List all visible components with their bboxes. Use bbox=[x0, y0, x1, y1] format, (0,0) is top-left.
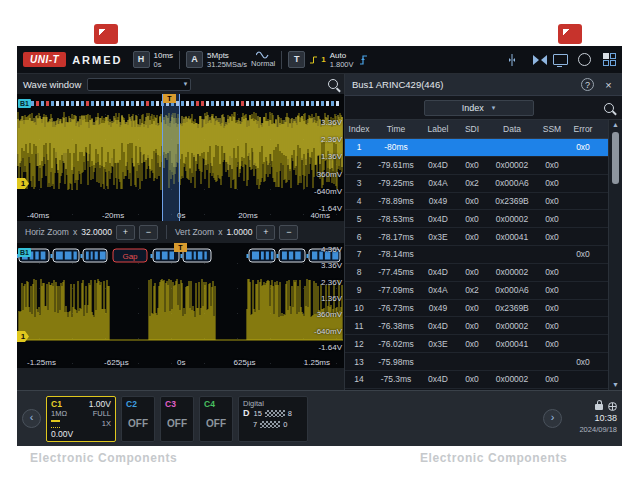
trigger-position-marker[interactable]: T bbox=[174, 243, 187, 252]
horiz-zoom-out-button[interactable]: − bbox=[139, 225, 158, 240]
scroll-down-icon[interactable]: ▼ bbox=[612, 380, 619, 390]
channel3-state: OFF bbox=[165, 409, 189, 439]
horizontal-menu-button[interactable]: H bbox=[133, 51, 150, 68]
channel1-impedance: 1MΩ bbox=[51, 409, 67, 419]
digital-d-label: D bbox=[243, 408, 250, 419]
table-cell: 0x0 bbox=[537, 321, 567, 331]
xy-display-icon[interactable] bbox=[527, 51, 545, 69]
oscilloscope-screen: UNI-T ARMED H 10ms 0s A 5Mpts 31.25MSa/s bbox=[17, 46, 622, 446]
display-settings-icon[interactable] bbox=[551, 51, 569, 69]
help-icon[interactable]: ? bbox=[581, 78, 594, 91]
table-row[interactable]: 13-75.98ms0x0 bbox=[345, 353, 608, 371]
window-layout-icon[interactable] bbox=[603, 53, 616, 66]
channel1-label: C1 bbox=[51, 399, 62, 409]
table-cell: 0x0 bbox=[537, 267, 567, 277]
horizontal-settings-group[interactable]: H 10ms 0s bbox=[133, 51, 174, 69]
table-row[interactable]: 5-78.53ms0x4D0x00x000020x0 bbox=[345, 210, 608, 228]
wave-plot-zoom[interactable]: Gap T B1 1 4.36V3.36V2.36V1.36V360mV-640… bbox=[17, 243, 344, 368]
next-page-button[interactable]: › bbox=[543, 409, 562, 428]
table-cell: 0x00002 bbox=[487, 214, 537, 224]
scroll-up-icon[interactable]: ▲ bbox=[612, 120, 619, 130]
horiz-zoom-in-button[interactable]: + bbox=[116, 225, 135, 240]
clock-box: 10:38 2024/09/18 bbox=[567, 401, 617, 436]
table-row[interactable]: 11-76.38ms0x4D0x00x000020x0 bbox=[345, 317, 608, 335]
channel2-box[interactable]: C2 OFF bbox=[121, 396, 155, 442]
table-cell: 0x4D bbox=[419, 321, 457, 331]
close-icon[interactable]: × bbox=[602, 79, 615, 91]
table-row[interactable]: 6-78.17ms0x3E0x00x000410x0 bbox=[345, 228, 608, 246]
table-row[interactable]: 9-77.09ms0x4A0x20x000A60x0 bbox=[345, 282, 608, 300]
voltage-scale: 4.36V3.36V2.36V1.36V360mV-640mV-1.64V bbox=[314, 245, 342, 352]
lock-icon[interactable] bbox=[595, 404, 603, 410]
table-cell: 0x00002 bbox=[487, 267, 537, 277]
voltage-label: 4.36V bbox=[321, 245, 342, 254]
channel1-box[interactable]: C1 1.00V 1MΩ FULL 1X 0.00V bbox=[46, 396, 116, 442]
table-cell: 0x0 bbox=[457, 214, 487, 224]
digital-channels-box[interactable]: Digital D 15 8 7 0 bbox=[238, 396, 308, 442]
table-cell: 0x0 bbox=[537, 178, 567, 188]
clear-display-icon[interactable] bbox=[575, 51, 593, 69]
acquire-settings-group[interactable]: A 5Mpts 31.25MSa/s Normal bbox=[186, 51, 275, 69]
scrollbar-thumb[interactable] bbox=[612, 132, 619, 184]
table-cell: 0x2 bbox=[457, 285, 487, 295]
prev-page-button[interactable]: ‹ bbox=[22, 409, 41, 428]
table-cell: 10 bbox=[345, 303, 373, 313]
trigger-source-icon: 1 bbox=[309, 55, 325, 65]
vert-zoom-out-button[interactable]: − bbox=[279, 225, 298, 240]
trigger-mode: Auto bbox=[330, 51, 354, 60]
table-cell: 0x0 bbox=[537, 303, 567, 313]
vert-zoom-in-button[interactable]: + bbox=[256, 225, 275, 240]
chevron-down-icon: ▾ bbox=[184, 80, 188, 88]
auto-center-icon[interactable] bbox=[503, 51, 521, 69]
table-cell: 0x0 bbox=[457, 303, 487, 313]
table-cell: 0x4D bbox=[419, 214, 457, 224]
acquire-menu-button[interactable]: A bbox=[186, 51, 203, 68]
table-cell: -76.38ms bbox=[373, 321, 419, 331]
table-cell: 0x0 bbox=[567, 249, 599, 259]
table-row[interactable]: 4-78.89ms0x490x00x2369B0x0 bbox=[345, 193, 608, 211]
search-icon[interactable] bbox=[328, 79, 338, 89]
index-filter-dropdown[interactable]: Index ▾ bbox=[424, 100, 534, 116]
table-row[interactable]: 7-78.14ms0x0 bbox=[345, 246, 608, 264]
trigger-settings-group[interactable]: T 1 Auto 1.800V bbox=[288, 51, 369, 69]
watermark-logo bbox=[94, 24, 118, 44]
table-cell: 8 bbox=[345, 267, 373, 277]
table-row[interactable]: 8-77.45ms0x4D0x00x000020x0 bbox=[345, 264, 608, 282]
table-cell: 1 bbox=[345, 142, 373, 152]
table-cell: -78.53ms bbox=[373, 214, 419, 224]
table-cell: -78.17ms bbox=[373, 232, 419, 242]
zoom-window-band[interactable] bbox=[162, 94, 180, 221]
scrollbar[interactable]: ▲ ▼ bbox=[608, 120, 622, 390]
time-label: 0s bbox=[177, 358, 185, 367]
rising-edge-icon bbox=[358, 54, 370, 66]
waveform-zoom: Gap bbox=[17, 243, 344, 368]
channel3-box[interactable]: C3 OFF bbox=[160, 396, 194, 442]
table-cell: 0x0 bbox=[537, 196, 567, 206]
table-cell: -77.09ms bbox=[373, 285, 419, 295]
wave-plot-main[interactable]: T B1 1 3.36V2.36V1.36V360mV-640mV-1.64V … bbox=[17, 94, 344, 221]
chevron-down-icon: ▾ bbox=[492, 104, 496, 112]
trigger-menu-button[interactable]: T bbox=[288, 51, 305, 68]
wave-window-dropdown[interactable]: ▾ bbox=[87, 78, 191, 91]
channel4-box[interactable]: C4 OFF bbox=[199, 396, 233, 442]
language-icon[interactable] bbox=[608, 402, 617, 411]
bus-table-header: IndexTimeLabelSDIDataSSMError bbox=[345, 120, 608, 139]
table-cell: 0x00041 bbox=[487, 339, 537, 349]
search-icon[interactable] bbox=[604, 103, 614, 113]
table-row[interactable]: 2-79.61ms0x4D0x00x000020x0 bbox=[345, 157, 608, 175]
channel3-label: C3 bbox=[165, 399, 189, 409]
page: Electronic Components Electronic Compone… bbox=[0, 0, 640, 480]
run-status: ARMED bbox=[72, 54, 122, 66]
bus-panel-controls: Index ▾ bbox=[345, 96, 622, 120]
table-row[interactable]: 12-76.02ms0x3E0x00x000410x0 bbox=[345, 335, 608, 353]
voltage-label: 1.36V bbox=[321, 152, 342, 161]
table-row[interactable]: 14-75.3ms0x4D0x00x000020x0 bbox=[345, 371, 608, 389]
trigger-position-marker[interactable]: T bbox=[163, 94, 176, 103]
table-cell: 13 bbox=[345, 357, 373, 367]
table-row[interactable]: 1-80ms0x0 bbox=[345, 139, 608, 157]
table-row[interactable]: 3-79.25ms0x4A0x20x000A60x0 bbox=[345, 175, 608, 193]
divider bbox=[281, 51, 282, 69]
table-cell: 4 bbox=[345, 196, 373, 206]
table-row[interactable]: 10-76.73ms0x490x00x2369B0x0 bbox=[345, 300, 608, 318]
table-cell: 0x4A bbox=[419, 285, 457, 295]
